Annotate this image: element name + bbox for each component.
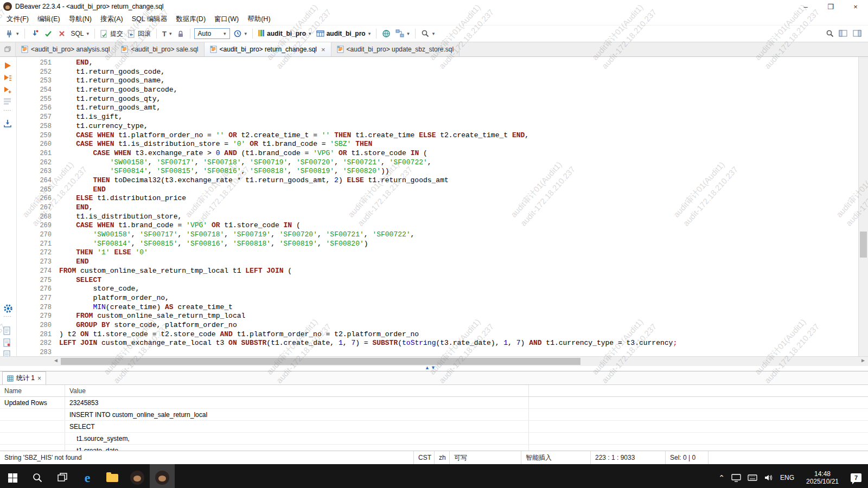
panel-splitter[interactable]: ▲▼ <box>0 366 868 371</box>
commit-mode-combo[interactable]: Auto ▾ <box>194 28 230 39</box>
code-line[interactable]: 268 t1.is_distribution_store, <box>17 213 868 222</box>
code-line[interactable]: 272 THEN '1' ELSE '0' <box>17 248 868 258</box>
code-line[interactable]: 278 MIN(create_time) AS create_time_t <box>17 303 868 312</box>
code-line[interactable]: 280 GROUP BY store_code, platform_order_… <box>17 321 868 330</box>
menu-item[interactable]: SQL 编辑器 <box>127 15 172 24</box>
column-header-value[interactable]: Value <box>65 385 529 396</box>
view-menu-button[interactable] <box>0 42 16 56</box>
code-line[interactable]: 254 t1.return_goods_barcode, <box>17 86 868 95</box>
editor-tab[interactable]: <audit_bi_pro> sale.sql <box>116 42 204 56</box>
task-view-button[interactable] <box>50 464 75 488</box>
tray-monitor-button[interactable] <box>728 464 744 488</box>
table-row[interactable]: t1.create_date, <box>0 445 868 451</box>
new-connection-button[interactable]: ▾ <box>3 28 21 39</box>
status-segment[interactable]: 可写 <box>449 451 521 464</box>
menu-item[interactable]: 数据库(D) <box>171 15 210 24</box>
code-line[interactable]: 253 t1.return_goods_name, <box>17 76 868 86</box>
column-header-name[interactable]: Name <box>0 385 65 396</box>
maximize-button[interactable]: ❒ <box>818 0 843 13</box>
sql-mode-dropdown[interactable]: SQL ▾ <box>69 29 91 38</box>
code-line[interactable]: 276 store_code, <box>17 285 868 294</box>
file-explorer-button[interactable] <box>100 464 125 488</box>
code-line[interactable]: 251 END, <box>17 59 868 68</box>
code-line[interactable]: 256 t1.return_goods_amt, <box>17 104 868 113</box>
close-icon[interactable]: × <box>321 46 326 54</box>
close-icon[interactable]: × <box>37 375 41 382</box>
execute-new-tab-button[interactable] <box>3 86 12 94</box>
table-row[interactable]: t1.source_system, <box>0 433 868 445</box>
menu-item[interactable]: 窗口(W) <box>210 15 243 24</box>
code-line[interactable]: 277 platform_order_no, <box>17 294 868 303</box>
language-indicator[interactable]: ENG <box>777 464 797 488</box>
table-row[interactable]: INSERT INTO custom_online_sale_return_lo… <box>0 409 868 421</box>
code-line[interactable]: 260 CASE WHEN t1.is_distribution_store =… <box>17 140 868 149</box>
diagram-dropdown[interactable]: ▾ <box>394 28 411 39</box>
code-line[interactable]: 257 t1.is_gift, <box>17 113 868 122</box>
network-button[interactable] <box>380 28 392 39</box>
perspective-layout-icon[interactable] <box>853 29 863 38</box>
taskbar-search-button[interactable] <box>25 464 50 488</box>
editor-tab[interactable]: <audit_bi_pro> return_change.sql× <box>205 42 331 56</box>
status-segment[interactable]: CST <box>413 451 434 464</box>
commit-button[interactable]: 提交 <box>99 28 125 40</box>
code-line[interactable]: 264 THEN toDecimal32(t3.exchange_rate * … <box>17 176 868 185</box>
script-log-button[interactable] <box>3 326 11 335</box>
tray-keyboard-button[interactable] <box>744 464 761 488</box>
schema-selector[interactable]: audit_bi_pro ▾ <box>315 29 373 38</box>
status-segment[interactable]: 223 : 1 : 9033 <box>590 451 665 464</box>
execute-script-button[interactable] <box>3 74 12 82</box>
rollback-icon-button[interactable] <box>56 28 68 39</box>
code-line[interactable]: 273 END <box>17 258 868 267</box>
tray-expand-button[interactable]: ⌃ <box>715 464 728 488</box>
code-line[interactable]: 271 'SF00814', 'SF00815', 'SF00816', 'SF… <box>17 240 868 249</box>
search-dropdown[interactable]: ▾ <box>419 28 437 39</box>
code-line[interactable]: 261 CASE WHEN t3.exchange_rate > 0 AND (… <box>17 149 868 158</box>
code-line[interactable]: 282LEFT JOIN custom_exchange_rate_local … <box>17 339 868 348</box>
editor-tab[interactable]: <audit_bi_pro> update_sbz_store.sql <box>331 42 459 56</box>
code-line[interactable]: 259 CASE WHEN t1.platform_order_no = '' … <box>17 131 868 140</box>
code-line[interactable]: 283 <box>17 348 868 356</box>
code-line[interactable]: 281) t2 ON t1.store_code = t2.store_code… <box>17 330 868 339</box>
status-segment[interactable]: 智能插入 <box>521 451 590 464</box>
code-line[interactable]: 275 SELECT <box>17 276 868 285</box>
status-segment[interactable]: Sel: 0 | 0 <box>665 451 709 464</box>
action-center-button[interactable]: 7 <box>847 464 868 488</box>
table-row[interactable]: SELECT <box>0 421 868 433</box>
volume-button[interactable] <box>761 464 777 488</box>
dbeaver-taskbar-button[interactable] <box>125 464 150 488</box>
execute-statement-button[interactable] <box>3 61 12 70</box>
table-row[interactable]: Updated Rows23245853 <box>0 397 868 409</box>
menu-item[interactable]: 导航(N) <box>65 15 96 24</box>
vertical-scrollbar[interactable] <box>858 57 868 356</box>
code-line[interactable]: 270 'SW00158', 'SF00717', 'SF00718', 'SF… <box>17 230 868 240</box>
lock-button[interactable] <box>175 29 186 39</box>
menu-item[interactable]: 编辑(E) <box>33 15 65 24</box>
rollback-button[interactable]: 回滚 <box>126 28 152 40</box>
menu-item[interactable]: 帮助(H) <box>243 15 275 24</box>
code-line[interactable]: 263 'SF00814', 'SF00815', 'SF00816', 'SF… <box>17 167 868 176</box>
code-line[interactable]: 279 FROM custom_online_sale_return_tmp_l… <box>17 312 868 321</box>
code-line[interactable]: 266 ELSE t1.distribution_price <box>17 194 868 203</box>
code-line[interactable]: 262 'SW00158', 'SF00717', 'SF00718', 'SF… <box>17 158 868 168</box>
code-line[interactable]: 252 t1.return_goods_code, <box>17 68 868 77</box>
commit-icon-button[interactable] <box>42 28 54 39</box>
code-line[interactable]: 267 END, <box>17 203 868 213</box>
splitter-toggle-icons[interactable]: ▲▼ <box>425 365 437 370</box>
database-selector[interactable]: audit_bi_pro ▾ <box>257 29 313 39</box>
code-area[interactable]: 251 END,252 t1.return_goods_code,253 t1.… <box>17 57 868 356</box>
settings-button[interactable] <box>3 304 13 313</box>
vertical-scrollbar-thumb[interactable] <box>860 232 867 258</box>
code-line[interactable]: 265 END <box>17 185 868 195</box>
explain-plan-button[interactable] <box>3 98 12 105</box>
menu-item[interactable]: 文件(F) <box>2 15 33 24</box>
tab-statistics[interactable]: 统计 1 × <box>2 371 46 384</box>
transaction-mode-dropdown[interactable]: T ▾ <box>161 29 173 39</box>
code-line[interactable]: 274FROM custom_online_sale_return_tmp_lo… <box>17 267 868 276</box>
close-button[interactable]: × <box>843 0 868 13</box>
horizontal-scrollbar-thumb[interactable] <box>61 358 580 365</box>
fetch-button[interactable] <box>29 28 41 39</box>
code-line[interactable]: 258 t1.currency_type, <box>17 122 868 131</box>
dbeaver-taskbar-button-active[interactable] <box>150 464 175 488</box>
edge-button[interactable]: e <box>75 464 100 488</box>
export-result-button[interactable] <box>3 119 12 128</box>
